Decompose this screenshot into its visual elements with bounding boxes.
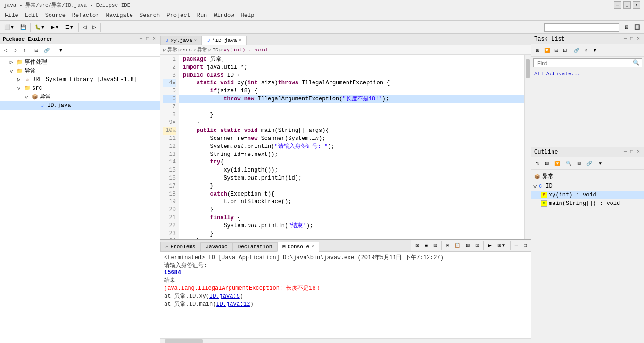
tab-xyjava[interactable]: J xy.java × [160, 36, 202, 45]
bc-pkg2[interactable]: 异常 [197, 46, 207, 53]
maximize-button[interactable]: □ [623, 1, 631, 9]
menu-file[interactable]: File [2, 11, 21, 20]
pe-item-events[interactable]: ▷ 📁 事件处理 [0, 57, 160, 66]
pe-link[interactable]: 🔗 [41, 46, 52, 54]
editor-minimize[interactable]: ─ [516, 37, 523, 45]
outline-item-pkg[interactable]: 📦 异常 [531, 172, 644, 181]
task-link[interactable]: 🔗 [571, 46, 582, 54]
task-close[interactable]: × [636, 36, 641, 42]
pe-minimize[interactable]: ─ [138, 36, 144, 42]
pe-item-pkg[interactable]: ▽ 📦 异常 [0, 92, 160, 101]
pe-collapse[interactable]: ⊟ [32, 46, 41, 54]
code-line-8: } [183, 119, 200, 126]
toolbar-coverage[interactable]: ☰▼ [63, 23, 76, 31]
toolbar-icon2[interactable]: 🔲 [632, 23, 642, 31]
toolbar-perspective[interactable]: ⊞ [622, 23, 631, 31]
bc-id[interactable]: ID [212, 47, 218, 53]
tab-idjava[interactable]: J *ID.java × [202, 36, 247, 45]
console-clear[interactable]: ⊠ [413, 241, 421, 249]
task-minimize[interactable]: ─ [622, 36, 628, 42]
toolbar-save[interactable]: 💾 [18, 23, 28, 31]
tab-console-close[interactable]: × [311, 245, 314, 249]
menu-help[interactable]: Help [238, 11, 257, 20]
outline-item-xy[interactable]: S xy(int) : void [531, 191, 644, 199]
toolbar-debug[interactable]: 🐛▼ [33, 23, 48, 31]
outline-filter1[interactable]: 🔽 [552, 159, 562, 167]
task-filter[interactable]: 🔽 [542, 46, 552, 54]
outline-maximize[interactable]: □ [629, 149, 635, 155]
outline-link[interactable]: 🔗 [584, 159, 594, 167]
tab-declaration[interactable]: Declaration [233, 242, 278, 251]
bc-method[interactable]: xy(int) : void [223, 47, 267, 53]
console-btn5[interactable]: ⊡ [473, 241, 481, 249]
quick-access-input[interactable]: Quick Access [544, 23, 619, 32]
outline-menu[interactable]: ▼ [595, 159, 605, 167]
pe-item-jre[interactable]: ▷ ☕ JRE System Library [JavaSE-1.8] [0, 75, 160, 84]
outline-item-main[interactable]: m main(String[]) : void [531, 199, 644, 208]
toolbar-run[interactable]: ▶▼ [49, 23, 62, 31]
close-button[interactable]: × [633, 1, 640, 9]
menu-source[interactable]: Source [42, 11, 68, 20]
minimize-button[interactable]: ─ [614, 1, 621, 9]
outline-filter2[interactable]: 🔍 [563, 159, 574, 167]
task-collapse-all[interactable]: ⊡ [561, 46, 569, 54]
task-find-input[interactable] [536, 60, 633, 66]
console-btn4[interactable]: ⊞ [463, 241, 472, 249]
bottom-scroll-thumb[interactable] [165, 339, 203, 343]
pe-item-src[interactable]: ▽ 📁 src [0, 84, 160, 92]
menu-window[interactable]: Window [211, 11, 237, 20]
pe-menu[interactable]: ▼ [56, 46, 66, 54]
menu-project[interactable]: Project [164, 11, 193, 20]
console-copy[interactable]: ⎘ [444, 241, 451, 249]
pe-up[interactable]: ↑ [21, 46, 28, 54]
outline-sort[interactable]: ⇅ [533, 159, 542, 167]
pe-close[interactable]: × [151, 36, 157, 42]
tab-idjava-close[interactable]: × [239, 38, 241, 43]
outline-item-class[interactable]: ▽ C ID [531, 181, 644, 191]
console-link1[interactable]: ID.java:5 [209, 293, 240, 300]
menu-run[interactable]: Run [194, 11, 210, 20]
pe-back[interactable]: ◁ [2, 46, 10, 54]
toolbar-next[interactable]: ▷ [90, 23, 99, 31]
bottom-scrollbar[interactable] [160, 338, 531, 343]
toolbar-prev[interactable]: ◁ [81, 23, 89, 31]
task-group[interactable]: ⊟ [552, 46, 561, 54]
console-run[interactable]: ▶ [486, 241, 494, 249]
bc-pkg1[interactable]: 异常 [167, 46, 178, 53]
bc-src[interactable]: src [182, 47, 192, 53]
code-area[interactable]: package 異常; import java.util.*; public c… [179, 55, 524, 239]
menu-search[interactable]: Search [137, 11, 163, 20]
console-minimize[interactable]: ─ [512, 241, 520, 249]
outline-close[interactable]: × [636, 149, 641, 155]
menu-navigate[interactable]: Navigate [103, 11, 136, 20]
pe-item-exception[interactable]: ▽ 📁 异常 [0, 66, 160, 75]
task-new[interactable]: ⊞ [533, 46, 542, 54]
menu-edit[interactable]: Edit [22, 11, 41, 20]
task-refresh[interactable]: ↺ [582, 46, 590, 54]
console-stop[interactable]: ■ [422, 241, 430, 249]
console-link2[interactable]: ID.java:12 [216, 301, 250, 308]
toolbar-new[interactable]: ⬜▼ [2, 23, 17, 31]
tab-console[interactable]: ⊞ Console × [277, 242, 319, 252]
pe-maximize[interactable]: □ [145, 36, 150, 42]
tab-javadoc[interactable]: Javadoc [200, 242, 232, 251]
outline-collapse[interactable]: ⊟ [543, 159, 551, 167]
task-menu[interactable]: ▼ [590, 46, 600, 54]
task-activate-link[interactable]: Activate... [546, 71, 581, 77]
task-maximize[interactable]: □ [629, 36, 635, 42]
editor-scroll-thumb[interactable] [526, 59, 530, 78]
console-btn3[interactable]: ⊟ [431, 241, 439, 249]
pe-forward[interactable]: ▷ [11, 46, 20, 54]
console-maximize[interactable]: □ [521, 241, 529, 249]
tab-problems[interactable]: ⚠ Problems [160, 242, 200, 251]
tab-xyjava-close[interactable]: × [194, 38, 197, 43]
editor-maximize[interactable]: □ [524, 37, 531, 45]
outline-minimize[interactable]: ─ [622, 149, 628, 155]
menu-refactor[interactable]: Refactor [69, 11, 102, 20]
task-all-link[interactable]: All [534, 71, 544, 77]
editor-scrollbar[interactable] [524, 55, 531, 239]
console-paste[interactable]: 📋 [452, 241, 462, 249]
pe-item-idjava[interactable]: J ID.java [0, 101, 160, 110]
outline-filter3[interactable]: ⊞ [575, 159, 583, 167]
console-new[interactable]: ⊞▼ [495, 241, 508, 249]
